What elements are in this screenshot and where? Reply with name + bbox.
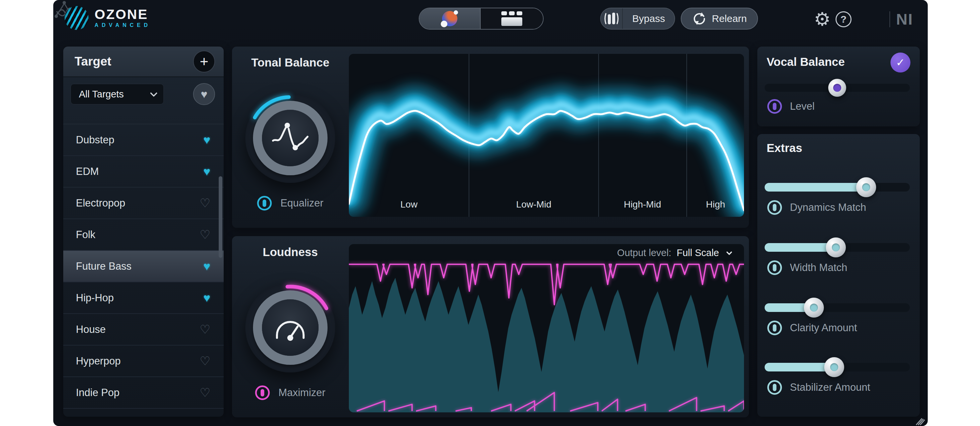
vocal-balance-panel: Vocal Balance ✓ Level [757, 47, 920, 127]
maximizer-gauge-icon [272, 313, 309, 342]
relearn-refresh-icon [692, 11, 707, 26]
target-list-item[interactable]: House♡ [63, 314, 224, 345]
output-level-value: Full Scale [677, 247, 719, 258]
slider-power-toggle[interactable] [767, 200, 782, 215]
maximizer-power-toggle[interactable] [255, 385, 270, 400]
heart-filled-icon[interactable]: ♥ [204, 291, 210, 305]
ozone-window: OZONE ADVANCED [53, 0, 928, 426]
band-label: High [706, 199, 725, 209]
tab-detailed-view[interactable] [481, 8, 543, 29]
heart-filled-icon[interactable]: ♥ [204, 260, 210, 273]
assistant-sphere-icon [442, 11, 457, 26]
slider-knob[interactable] [856, 177, 876, 197]
brand-edition: ADVANCED [94, 22, 151, 28]
vocal-level-power-toggle[interactable] [767, 99, 782, 114]
loudness-knob[interactable] [242, 279, 339, 376]
heart-outline-icon[interactable]: ♡ [200, 228, 210, 242]
topbar-divider [889, 11, 890, 27]
slider-knob[interactable] [826, 238, 846, 257]
target-item-label: Hyperpop [76, 355, 121, 367]
slider-knob[interactable] [824, 357, 844, 377]
band-label: Low [401, 199, 418, 209]
scrollbar-thumb[interactable] [219, 176, 222, 258]
target-item-label: EDM [76, 166, 99, 177]
resize-handle[interactable] [915, 415, 926, 425]
vocal-balance-title: Vocal Balance [767, 55, 845, 68]
output-level-selector[interactable]: Output level: Full Scale [617, 247, 731, 258]
modules-icon [501, 11, 523, 26]
target-list-item[interactable]: Folk♡ [63, 219, 224, 251]
vocal-balance-enabled-check[interactable]: ✓ [891, 52, 910, 73]
output-level-label: Output level: [617, 247, 671, 258]
target-item-label: House [76, 323, 106, 336]
extras-title: Extras [767, 141, 802, 155]
target-list-item[interactable]: Dubstep♥ [63, 124, 224, 156]
target-list-item[interactable]: Indie Pop♡ [63, 377, 224, 409]
target-item-label: Indie Pop [76, 387, 119, 399]
slider-power-toggle[interactable] [767, 380, 782, 395]
heart-outline-icon[interactable]: ♡ [200, 354, 210, 368]
width-match-slider[interactable] [765, 243, 910, 252]
target-list-item[interactable]: Hip-Hop♥ [63, 282, 224, 314]
vocal-level-row: Level [767, 99, 815, 114]
target-category-dropdown[interactable]: All Targets [71, 84, 164, 105]
add-target-button[interactable]: + [193, 51, 215, 73]
maximizer-label: Maximizer [278, 387, 325, 399]
slider-power-toggle[interactable] [767, 321, 782, 335]
vocal-level-slider-knob[interactable] [828, 79, 846, 97]
loudness-graph: Output level: Full Scale [349, 244, 744, 412]
slider-knob[interactable] [804, 298, 824, 318]
vocal-level-slider[interactable] [765, 84, 910, 92]
ni-logo: NI [896, 10, 913, 28]
tab-assistant-view[interactable] [419, 8, 481, 29]
brand-name: OZONE [94, 8, 151, 21]
target-list-item[interactable]: Hyperpop♡ [63, 345, 224, 377]
heart-outline-icon[interactable]: ♡ [200, 196, 210, 210]
heart-filled-icon[interactable]: ♥ [204, 133, 210, 147]
clarity-amount-slider[interactable] [765, 303, 910, 312]
equalizer-toggle-row: Equalizer [257, 196, 323, 211]
tonal-knob-column: Tonal Balance [232, 47, 348, 228]
relearn-button[interactable]: Relearn [681, 8, 758, 30]
extras-panel: Extras Dynamics MatchWidth MatchClarity … [757, 134, 920, 416]
tonal-balance-panel: Tonal Balance [232, 47, 749, 228]
band-label: Low-Mid [516, 199, 552, 209]
io-meter-icon[interactable] [601, 8, 623, 29]
target-list-item[interactable]: EDM♥ [63, 156, 224, 188]
target-list-item[interactable]: Future Bass♥ [63, 251, 224, 282]
target-item-label: Electropop [76, 197, 125, 209]
loudness-knob-column: Loudness Maximizer [232, 236, 348, 417]
target-header: Target + [63, 47, 224, 77]
settings-gear-icon[interactable]: ⚙ [813, 10, 832, 29]
heart-filled-icon[interactable]: ♥ [204, 165, 210, 179]
view-toggle[interactable] [419, 8, 544, 30]
heart-outline-icon[interactable]: ♡ [200, 386, 210, 400]
heart-outline-icon[interactable]: ♡ [200, 323, 210, 337]
slider-label: Dynamics Match [790, 201, 866, 214]
tonal-balance-knob[interactable] [242, 90, 339, 186]
target-item-label: Hip-Hop [76, 292, 114, 304]
loudness-title: Loudness [262, 245, 318, 259]
bypass-button[interactable]: Bypass [600, 8, 675, 30]
target-filter-row: All Targets ♥ [63, 78, 224, 124]
relearn-label: Relearn [712, 13, 747, 24]
top-bar: OZONE ADVANCED [53, 0, 928, 38]
tonal-balance-title: Tonal Balance [251, 56, 329, 69]
help-icon[interactable]: ? [835, 11, 851, 27]
target-category-value: All Targets [79, 89, 124, 100]
chevron-down-icon [150, 89, 158, 97]
slider-label: Stabilizer Amount [790, 382, 870, 393]
ozone-logo-icon [65, 6, 89, 30]
favorites-filter-button[interactable]: ♥ [193, 83, 215, 105]
slider-label: Clarity Amount [790, 322, 857, 334]
bypass-label: Bypass [623, 13, 675, 24]
loudness-panel: Loudness Maximizer [232, 236, 749, 417]
equalizer-curve-icon [270, 121, 310, 155]
dynamics-match-slider[interactable] [765, 183, 910, 192]
stabilizer-amount-slider[interactable] [765, 363, 910, 371]
slider-power-toggle[interactable] [767, 260, 782, 275]
target-list-item[interactable]: Electropop♡ [63, 188, 224, 219]
target-item-label: Future Bass [76, 260, 132, 272]
equalizer-label: Equalizer [280, 197, 323, 209]
equalizer-power-toggle[interactable] [257, 196, 272, 211]
